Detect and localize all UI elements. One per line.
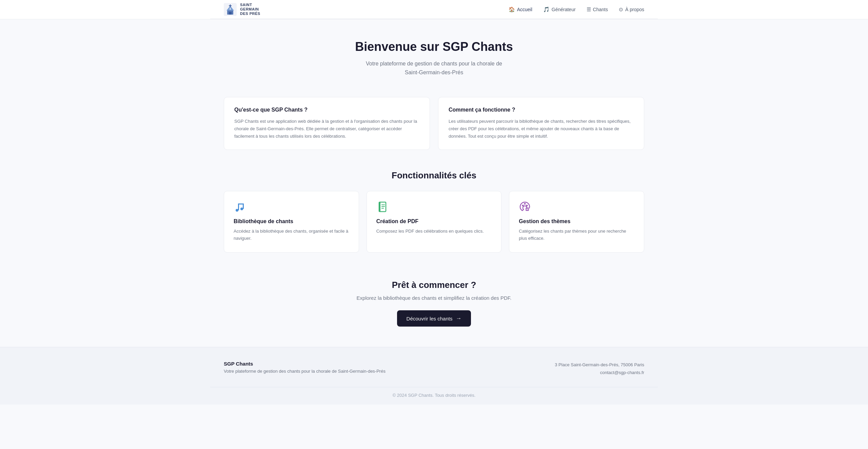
svg-rect-3 <box>229 12 232 15</box>
brand-name-text: SAINT GERMAIN DES PRÉS <box>240 3 260 16</box>
hero-subtitle: Votre plateforme de gestion de chants po… <box>359 59 509 77</box>
footer-left: SGP Chants Votre plateforme de gestion d… <box>224 361 386 374</box>
feature-text-themes: Catégorisez les chants par thèmes pour u… <box>519 228 634 242</box>
nav-label-accueil: Accueil <box>517 7 532 12</box>
feature-card-pdf: Création de PDF Composez les PDF des cél… <box>367 191 502 253</box>
svg-point-19 <box>526 205 528 207</box>
footer-tagline: Votre plateforme de gestion des chants p… <box>224 369 386 374</box>
feature-icon-palette <box>519 201 634 213</box>
list-icon: ☰ <box>587 6 591 13</box>
feature-icon-music <box>234 201 349 213</box>
page-content: Bienvenue sur SGP Chants Votre plateform… <box>210 19 658 347</box>
svg-rect-4 <box>230 8 231 10</box>
nav-item-apropos[interactable]: ⊙ À propos <box>619 5 644 14</box>
brand-logo-icon <box>224 3 237 16</box>
info-card-what-text: SGP Chants est une application web dédié… <box>234 118 419 140</box>
svg-rect-6 <box>229 5 232 6</box>
info-card-how-text: Les utilisateurs peuvent parcourir la bi… <box>449 118 634 140</box>
svg-point-8 <box>240 208 243 210</box>
navbar: SAINT GERMAIN DES PRÉS 🏠 Accueil 🎵 Génér… <box>210 0 658 19</box>
nav-item-generateur[interactable]: 🎵 Générateur <box>543 5 576 14</box>
info-cards-row: Qu'est-ce que SGP Chants ? SGP Chants es… <box>224 97 644 150</box>
footer-address-line2: contact@sgp-chants.fr <box>555 369 644 376</box>
feature-title-library: Bibliothèque de chants <box>234 218 349 224</box>
feature-icon-book <box>376 201 492 213</box>
discover-chants-button[interactable]: Découvrir les chants → <box>397 310 471 327</box>
svg-rect-10 <box>238 203 243 204</box>
arrow-right-icon: → <box>456 315 461 322</box>
nav-item-accueil[interactable]: 🏠 Accueil <box>509 5 532 14</box>
footer-inner: SGP Chants Votre plateforme de gestion d… <box>210 361 658 377</box>
navbar-wrapper: SAINT GERMAIN DES PRÉS 🏠 Accueil 🎵 Génér… <box>0 0 868 19</box>
footer-copyright: © 2024 SGP Chants. Tous droits réservés. <box>210 387 658 398</box>
music-note-icon: 🎵 <box>543 6 550 13</box>
feature-card-library: Bibliothèque de chants Accédez à la bibl… <box>224 191 359 253</box>
brand-logo-link[interactable]: SAINT GERMAIN DES PRÉS <box>224 3 260 16</box>
info-card-what: Qu'est-ce que SGP Chants ? SGP Chants es… <box>224 97 430 150</box>
svg-rect-11 <box>243 203 244 209</box>
cta-button-label: Découvrir les chants <box>407 316 453 321</box>
footer-address: 3 Place Saint-Germain-des-Prés, 75006 Pa… <box>555 361 644 377</box>
info-circle-icon: ⊙ <box>619 6 623 13</box>
hero-section: Bienvenue sur SGP Chants Votre plateform… <box>224 19 644 94</box>
cta-title: Prêt à commencer ? <box>231 280 637 290</box>
svg-point-18 <box>524 203 526 205</box>
svg-point-17 <box>522 205 524 207</box>
footer-brand-name: SGP Chants <box>224 361 386 367</box>
cta-subtitle: Explorez la bibliothèque des chants et s… <box>231 295 637 301</box>
info-card-how-title: Comment ça fonctionne ? <box>449 107 634 113</box>
feature-text-library: Accédez à la bibliothèque des chants, or… <box>234 228 349 242</box>
nav-label-generateur: Générateur <box>552 7 576 12</box>
nav-item-chants[interactable]: ☰ Chants <box>587 5 608 14</box>
feature-title-themes: Gestion des thèmes <box>519 218 634 224</box>
svg-point-7 <box>236 209 238 212</box>
feature-card-themes: Gestion des thèmes Catégorisez les chant… <box>509 191 644 253</box>
nav-list: 🏠 Accueil 🎵 Générateur ☰ Chants ⊙ À prop… <box>509 5 644 14</box>
features-section: Fonctionnalités clés Bibliothèque de cha… <box>224 167 644 270</box>
hero-title: Bienvenue sur SGP Chants <box>231 40 637 54</box>
feature-title-pdf: Création de PDF <box>376 218 492 224</box>
footer-address-line1: 3 Place Saint-Germain-des-Prés, 75006 Pa… <box>555 361 644 369</box>
nav-label-chants: Chants <box>593 7 608 12</box>
features-grid: Bibliothèque de chants Accédez à la bibl… <box>224 191 644 253</box>
feature-text-pdf: Composez les PDF des célébrations en que… <box>376 228 492 235</box>
cta-section: Prêt à commencer ? Explorez la bibliothè… <box>224 270 644 347</box>
nav-label-apropos: À propos <box>625 7 644 12</box>
info-card-what-title: Qu'est-ce que SGP Chants ? <box>234 107 419 113</box>
info-card-how: Comment ça fonctionne ? Les utilisateurs… <box>438 97 644 150</box>
footer: SGP Chants Votre plateforme de gestion d… <box>0 347 868 405</box>
features-section-title: Fonctionnalités clés <box>224 170 644 181</box>
svg-rect-13 <box>379 202 380 212</box>
home-icon: 🏠 <box>509 6 515 13</box>
